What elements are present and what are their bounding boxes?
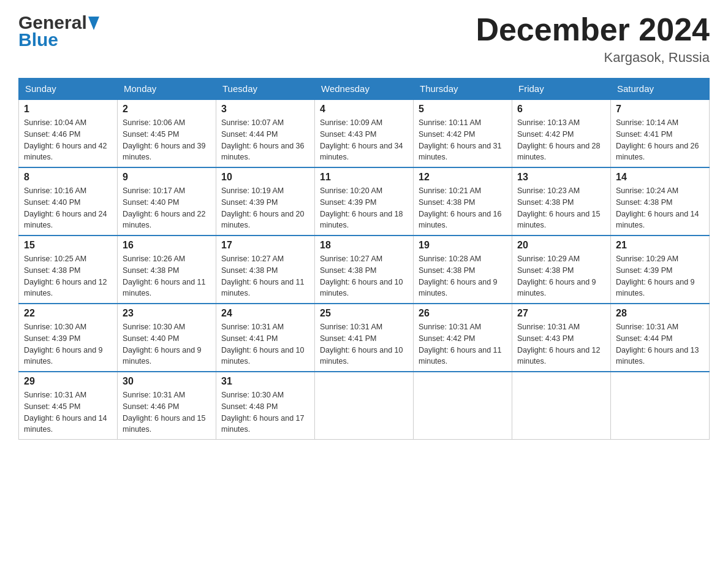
table-row: 18 Sunrise: 10:27 AM Sunset: 4:38 PM Day… bbox=[315, 236, 414, 304]
sunrise-label: Sunrise: 10:19 AM bbox=[221, 186, 284, 195]
day-info: Sunrise: 10:07 AM Sunset: 4:44 PM Daylig… bbox=[221, 117, 309, 163]
table-row: 11 Sunrise: 10:20 AM Sunset: 4:39 PM Day… bbox=[315, 167, 414, 236]
sunset-label: Sunset: 4:41 PM bbox=[616, 130, 672, 139]
daylight-label: Daylight: 6 hours and 24 minutes. bbox=[24, 210, 107, 230]
table-row: 13 Sunrise: 10:23 AM Sunset: 4:38 PM Day… bbox=[512, 167, 611, 236]
day-info: Sunrise: 10:27 AM Sunset: 4:38 PM Daylig… bbox=[320, 253, 408, 299]
day-info: Sunrise: 10:09 AM Sunset: 4:43 PM Daylig… bbox=[320, 117, 408, 163]
day-number: 22 bbox=[24, 308, 112, 319]
day-number: 11 bbox=[320, 172, 408, 183]
day-info: Sunrise: 10:30 AM Sunset: 4:48 PM Daylig… bbox=[221, 389, 309, 435]
day-number: 3 bbox=[221, 104, 309, 115]
table-row: 16 Sunrise: 10:26 AM Sunset: 4:38 PM Day… bbox=[118, 236, 216, 304]
daylight-label: Daylight: 6 hours and 15 minutes. bbox=[517, 210, 601, 230]
table-row: 2 Sunrise: 10:06 AM Sunset: 4:45 PM Dayl… bbox=[118, 99, 216, 167]
sunrise-label: Sunrise: 10:30 AM bbox=[221, 391, 284, 399]
daylight-label: Daylight: 6 hours and 11 minutes. bbox=[419, 346, 502, 366]
day-number: 15 bbox=[24, 240, 112, 251]
table-row: 20 Sunrise: 10:29 AM Sunset: 4:38 PM Day… bbox=[512, 236, 611, 304]
table-row: 7 Sunrise: 10:14 AM Sunset: 4:41 PM Dayl… bbox=[611, 99, 710, 167]
sunrise-label: Sunrise: 10:30 AM bbox=[24, 323, 86, 331]
sunrise-label: Sunrise: 10:25 AM bbox=[24, 255, 86, 263]
sunrise-label: Sunrise: 10:27 AM bbox=[221, 255, 284, 263]
sunrise-label: Sunrise: 10:31 AM bbox=[24, 391, 86, 399]
calendar-week-1: 1 Sunrise: 10:04 AM Sunset: 4:46 PM Dayl… bbox=[19, 99, 710, 167]
day-info: Sunrise: 10:13 AM Sunset: 4:42 PM Daylig… bbox=[517, 117, 605, 163]
day-info: Sunrise: 10:14 AM Sunset: 4:41 PM Daylig… bbox=[616, 117, 704, 163]
sunrise-label: Sunrise: 10:28 AM bbox=[419, 255, 481, 263]
table-row: 25 Sunrise: 10:31 AM Sunset: 4:41 PM Day… bbox=[315, 304, 414, 372]
table-row: 12 Sunrise: 10:21 AM Sunset: 4:38 PM Day… bbox=[414, 167, 512, 236]
day-info: Sunrise: 10:21 AM Sunset: 4:38 PM Daylig… bbox=[419, 185, 507, 231]
daylight-label: Daylight: 6 hours and 39 minutes. bbox=[123, 142, 206, 162]
sunset-label: Sunset: 4:38 PM bbox=[616, 198, 672, 207]
sunset-label: Sunset: 4:39 PM bbox=[616, 266, 672, 275]
sunrise-label: Sunrise: 10:23 AM bbox=[517, 186, 580, 195]
daylight-label: Daylight: 6 hours and 10 minutes. bbox=[320, 346, 403, 366]
sunrise-label: Sunrise: 10:31 AM bbox=[221, 323, 284, 331]
calendar-header-row: Sunday Monday Tuesday Wednesday Thursday… bbox=[19, 79, 710, 100]
sunset-label: Sunset: 4:38 PM bbox=[320, 266, 376, 275]
sunset-label: Sunset: 4:41 PM bbox=[221, 334, 278, 343]
sunrise-label: Sunrise: 10:09 AM bbox=[320, 118, 382, 127]
daylight-label: Daylight: 6 hours and 9 minutes. bbox=[24, 346, 103, 366]
calendar-week-2: 8 Sunrise: 10:16 AM Sunset: 4:40 PM Dayl… bbox=[19, 167, 710, 236]
day-info: Sunrise: 10:04 AM Sunset: 4:46 PM Daylig… bbox=[24, 117, 112, 163]
daylight-label: Daylight: 6 hours and 9 minutes. bbox=[517, 278, 596, 298]
day-info: Sunrise: 10:31 AM Sunset: 4:41 PM Daylig… bbox=[320, 321, 408, 367]
sunset-label: Sunset: 4:40 PM bbox=[24, 198, 80, 207]
day-info: Sunrise: 10:26 AM Sunset: 4:38 PM Daylig… bbox=[123, 253, 211, 299]
sunrise-label: Sunrise: 10:27 AM bbox=[320, 255, 382, 263]
sunrise-label: Sunrise: 10:20 AM bbox=[320, 186, 382, 195]
table-row bbox=[611, 372, 710, 440]
day-info: Sunrise: 10:28 AM Sunset: 4:38 PM Daylig… bbox=[419, 253, 507, 299]
table-row: 29 Sunrise: 10:31 AM Sunset: 4:45 PM Day… bbox=[19, 372, 118, 440]
table-row: 6 Sunrise: 10:13 AM Sunset: 4:42 PM Dayl… bbox=[512, 99, 611, 167]
day-info: Sunrise: 10:27 AM Sunset: 4:38 PM Daylig… bbox=[221, 253, 309, 299]
table-row: 22 Sunrise: 10:30 AM Sunset: 4:39 PM Day… bbox=[19, 304, 118, 372]
sunrise-label: Sunrise: 10:31 AM bbox=[320, 323, 382, 331]
day-number: 4 bbox=[320, 104, 408, 115]
daylight-label: Daylight: 6 hours and 14 minutes. bbox=[616, 210, 699, 230]
table-row: 30 Sunrise: 10:31 AM Sunset: 4:46 PM Day… bbox=[118, 372, 216, 440]
day-number: 26 bbox=[419, 308, 507, 319]
logo-blue-text: Blue bbox=[18, 29, 58, 50]
day-number: 9 bbox=[123, 172, 211, 183]
sunrise-label: Sunrise: 10:31 AM bbox=[517, 323, 580, 331]
table-row: 4 Sunrise: 10:09 AM Sunset: 4:43 PM Dayl… bbox=[315, 99, 414, 167]
table-row bbox=[414, 372, 512, 440]
day-number: 16 bbox=[123, 240, 211, 251]
daylight-label: Daylight: 6 hours and 9 minutes. bbox=[616, 278, 695, 298]
sunrise-label: Sunrise: 10:21 AM bbox=[419, 186, 481, 195]
table-row: 10 Sunrise: 10:19 AM Sunset: 4:39 PM Day… bbox=[216, 167, 315, 236]
header-monday: Monday bbox=[118, 79, 216, 100]
sunset-label: Sunset: 4:38 PM bbox=[419, 266, 475, 275]
daylight-label: Daylight: 6 hours and 12 minutes. bbox=[517, 346, 601, 366]
day-info: Sunrise: 10:29 AM Sunset: 4:39 PM Daylig… bbox=[616, 253, 704, 299]
table-row: 28 Sunrise: 10:31 AM Sunset: 4:44 PM Day… bbox=[611, 304, 710, 372]
day-info: Sunrise: 10:17 AM Sunset: 4:40 PM Daylig… bbox=[123, 185, 211, 231]
daylight-label: Daylight: 6 hours and 10 minutes. bbox=[221, 346, 305, 366]
day-info: Sunrise: 10:23 AM Sunset: 4:38 PM Daylig… bbox=[517, 185, 605, 231]
day-info: Sunrise: 10:16 AM Sunset: 4:40 PM Daylig… bbox=[24, 185, 112, 231]
daylight-label: Daylight: 6 hours and 9 minutes. bbox=[419, 278, 498, 298]
sunrise-label: Sunrise: 10:26 AM bbox=[123, 255, 185, 263]
month-title: December 2024 bbox=[476, 12, 710, 47]
day-number: 6 bbox=[517, 104, 605, 115]
header-sunday: Sunday bbox=[19, 79, 118, 100]
day-info: Sunrise: 10:19 AM Sunset: 4:39 PM Daylig… bbox=[221, 185, 309, 231]
header-thursday: Thursday bbox=[414, 79, 512, 100]
header-friday: Friday bbox=[512, 79, 611, 100]
table-row: 14 Sunrise: 10:24 AM Sunset: 4:38 PM Day… bbox=[611, 167, 710, 236]
daylight-label: Daylight: 6 hours and 42 minutes. bbox=[24, 142, 107, 162]
table-row: 3 Sunrise: 10:07 AM Sunset: 4:44 PM Dayl… bbox=[216, 99, 315, 167]
sunset-label: Sunset: 4:48 PM bbox=[221, 402, 278, 411]
day-info: Sunrise: 10:31 AM Sunset: 4:46 PM Daylig… bbox=[123, 389, 211, 435]
day-number: 29 bbox=[24, 376, 112, 387]
sunset-label: Sunset: 4:38 PM bbox=[221, 266, 278, 275]
day-number: 8 bbox=[24, 172, 112, 183]
day-number: 20 bbox=[517, 240, 605, 251]
calendar-week-5: 29 Sunrise: 10:31 AM Sunset: 4:45 PM Day… bbox=[19, 372, 710, 440]
calendar-table: Sunday Monday Tuesday Wednesday Thursday… bbox=[18, 78, 710, 440]
table-row: 5 Sunrise: 10:11 AM Sunset: 4:42 PM Dayl… bbox=[414, 99, 512, 167]
